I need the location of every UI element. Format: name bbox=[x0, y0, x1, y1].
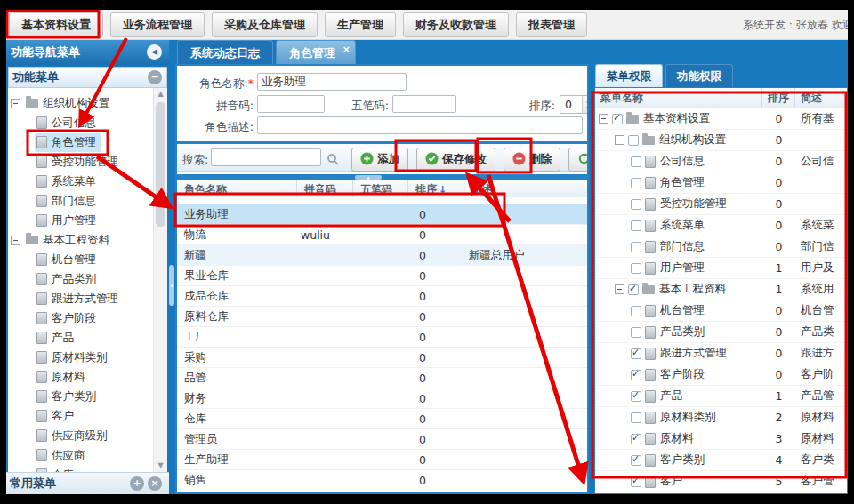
sidebar-footer[interactable]: 常用菜单 + × bbox=[6, 472, 169, 494]
permission-row[interactable]: 产品类别0产品类 bbox=[595, 322, 847, 343]
scroll-up-icon[interactable]: ▲ bbox=[154, 88, 167, 100]
tab-function-permissions[interactable]: 功能权限 bbox=[665, 64, 733, 87]
sidebar-item[interactable]: 供应商 bbox=[8, 445, 167, 465]
close-icon[interactable]: × bbox=[148, 476, 162, 491]
search-icon[interactable] bbox=[326, 152, 339, 169]
permission-row[interactable]: 机台管理0机台管 bbox=[595, 300, 847, 322]
table-row[interactable]: 成品仓库0 bbox=[177, 286, 587, 307]
permission-row[interactable]: 受控功能管理0 bbox=[595, 194, 847, 215]
table-row[interactable]: 财务0 bbox=[177, 388, 587, 409]
permission-checkbox[interactable] bbox=[631, 455, 641, 466]
horizontal-splitter[interactable]: ▲ bbox=[177, 174, 587, 180]
permission-checkbox[interactable] bbox=[631, 178, 641, 188]
permission-row[interactable]: 客户阶段0客户阶 bbox=[595, 364, 847, 386]
save-button[interactable]: 保存修改 bbox=[416, 148, 495, 172]
permission-checkbox[interactable] bbox=[631, 348, 641, 359]
wubi-input[interactable] bbox=[392, 95, 456, 113]
scroll-down-icon[interactable]: ▼ bbox=[154, 460, 167, 472]
splitter-handle[interactable]: ▲ bbox=[355, 175, 382, 180]
role-name-input[interactable] bbox=[257, 73, 407, 91]
permission-row[interactable]: 用户管理1用户及 bbox=[595, 258, 847, 279]
permission-row[interactable]: 部门信息0部门信 bbox=[595, 236, 847, 258]
table-row[interactable]: 品管0 bbox=[177, 368, 587, 388]
add-button[interactable]: 添加 bbox=[351, 148, 408, 172]
menu-item-1[interactable]: 基本资料设置 bbox=[9, 12, 103, 37]
col-desc[interactable]: 简述 bbox=[463, 180, 587, 197]
sidebar-item[interactable]: 原材料类别 bbox=[8, 348, 167, 367]
sidebar-item[interactable]: 产品 bbox=[8, 328, 167, 348]
permission-row[interactable]: 角色管理0 bbox=[595, 172, 847, 194]
delete-button[interactable]: 删除 bbox=[504, 148, 560, 172]
menu-item-5[interactable]: 财务及收款管理 bbox=[403, 12, 509, 37]
stepper-arrows-icon[interactable]: ▲▼ bbox=[582, 96, 589, 113]
sort-stepper[interactable]: 0 ▲▼ bbox=[560, 95, 589, 114]
table-row[interactable]: 物流wuliu0 bbox=[177, 225, 587, 245]
permission-row[interactable]: 跟进方式管理0跟进方 bbox=[595, 343, 847, 364]
sidebar-item[interactable]: 系统菜单 bbox=[8, 172, 167, 191]
table-row[interactable]: 仓库0 bbox=[177, 409, 587, 429]
tree-collapse-icon[interactable] bbox=[11, 99, 20, 108]
permission-checkbox[interactable] bbox=[631, 434, 641, 444]
permission-checkbox[interactable] bbox=[612, 114, 623, 124]
sidebar-scrollbar[interactable]: ▲ ▼ bbox=[153, 88, 167, 472]
table-row[interactable]: 原料仓库0 bbox=[177, 307, 587, 327]
tree-collapse-icon[interactable] bbox=[11, 236, 20, 245]
splitter-collapse-icon[interactable]: ◀ bbox=[169, 265, 174, 306]
sidebar-item[interactable]: 角色管理 bbox=[8, 132, 167, 152]
sidebar-item[interactable]: 仓库 bbox=[8, 465, 167, 472]
sidebar-item[interactable]: 客户 bbox=[8, 406, 167, 426]
sidebar-item[interactable]: 跟进方式管理 bbox=[8, 289, 167, 308]
table-row[interactable]: 新疆0新疆总用户 bbox=[177, 245, 587, 266]
permission-row[interactable]: 基本资料设置0所有基 bbox=[595, 108, 847, 130]
minus-icon[interactable]: − bbox=[148, 70, 162, 84]
table-row[interactable]: 生产助理0 bbox=[177, 450, 587, 470]
sidebar-item[interactable]: 受控功能管理 bbox=[8, 152, 167, 172]
permission-row[interactable]: 公司信息0公司信 bbox=[595, 151, 847, 172]
col-wubi[interactable]: 五笔码 bbox=[353, 180, 408, 197]
sidebar-section-header[interactable]: 功能菜单 − bbox=[8, 67, 167, 88]
sidebar-item[interactable]: 组织机构设置 bbox=[8, 93, 167, 113]
permission-checkbox[interactable] bbox=[631, 220, 641, 231]
sidebar-item[interactable]: 供应商级别 bbox=[8, 426, 167, 445]
permission-checkbox[interactable] bbox=[631, 156, 641, 167]
permission-checkbox[interactable] bbox=[631, 263, 641, 274]
table-row[interactable]: 管理员0 bbox=[177, 429, 587, 450]
role-desc-input[interactable] bbox=[257, 116, 583, 134]
menu-item-6[interactable]: 报表管理 bbox=[516, 12, 587, 37]
col-role-name[interactable]: 角色名称 bbox=[177, 180, 297, 197]
permission-row[interactable]: 组织机构设置0 bbox=[595, 130, 847, 151]
sidebar-item[interactable]: 客户类别 bbox=[8, 387, 167, 406]
permission-checkbox[interactable] bbox=[628, 135, 639, 146]
permission-checkbox[interactable] bbox=[631, 476, 641, 487]
col-pinyin[interactable]: 拼音码 bbox=[297, 180, 353, 197]
sidebar-item[interactable]: 机台管理 bbox=[8, 250, 167, 269]
permission-row[interactable]: 原材料类别2原材料 bbox=[595, 407, 847, 428]
permission-checkbox[interactable] bbox=[631, 327, 641, 338]
col-menu-name[interactable]: 菜单名称 bbox=[595, 88, 762, 108]
table-row[interactable]: 果业仓库0 bbox=[177, 266, 587, 286]
sidebar-item[interactable]: 部门信息 bbox=[8, 191, 167, 211]
tab-menu-permissions[interactable]: 菜单权限 bbox=[595, 64, 663, 87]
permission-checkbox[interactable] bbox=[628, 284, 639, 295]
tree-collapse-icon[interactable] bbox=[615, 284, 624, 294]
sidebar-item[interactable]: 用户管理 bbox=[8, 211, 167, 230]
permission-row[interactable]: 客户5客户管 bbox=[595, 471, 847, 492]
reset-form-button[interactable]: 重置表单 bbox=[568, 148, 589, 172]
sidebar-item[interactable]: 基本工程资料 bbox=[8, 230, 167, 250]
table-row[interactable]: 工厂0 bbox=[177, 327, 587, 348]
permission-row[interactable]: 产品1产品管 bbox=[595, 386, 847, 407]
permission-checkbox[interactable] bbox=[631, 370, 641, 380]
sidebar-collapse-icon[interactable]: ◀ bbox=[147, 44, 162, 60]
pinyin-input[interactable] bbox=[257, 95, 325, 113]
permission-checkbox[interactable] bbox=[631, 242, 641, 252]
tab-system-log[interactable]: 系统动态日志 bbox=[177, 40, 273, 64]
table-row[interactable]: 销售0 bbox=[177, 470, 587, 486]
sidebar-item[interactable]: 产品类别 bbox=[8, 269, 167, 289]
permission-row[interactable]: 客户类别4客户类 bbox=[595, 450, 847, 471]
permission-row[interactable]: 系统菜单0系统菜 bbox=[595, 215, 847, 236]
menu-item-4[interactable]: 生产管理 bbox=[325, 12, 396, 37]
menu-item-2[interactable]: 业务流程管理 bbox=[110, 12, 205, 37]
permission-checkbox[interactable] bbox=[631, 412, 641, 423]
plus-icon[interactable]: + bbox=[130, 476, 144, 491]
permission-row[interactable]: 基本工程资料1系统用 bbox=[595, 279, 847, 300]
